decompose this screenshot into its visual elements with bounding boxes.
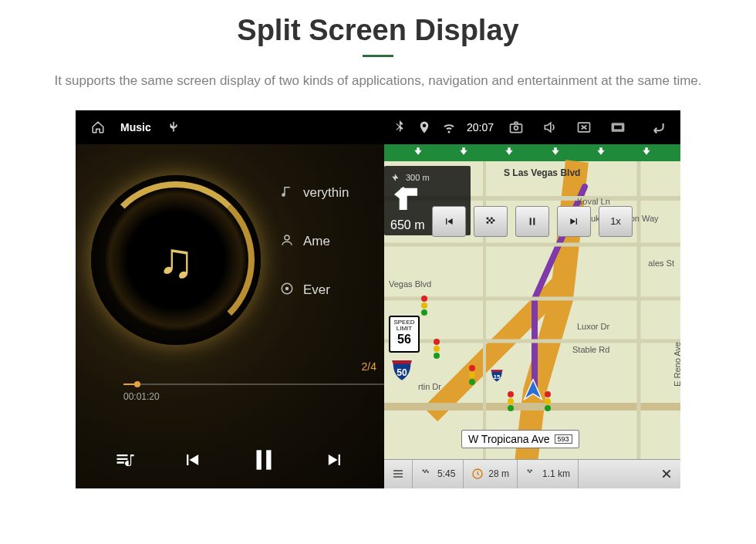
close-nav-button[interactable] (653, 460, 680, 488)
svg-point-5 (285, 235, 289, 240)
highway-shield: 50 (389, 357, 415, 384)
usb-icon (167, 120, 181, 134)
travel-time-value: 28 m (488, 468, 509, 479)
track-title: verythin (303, 185, 349, 201)
split-screen-button[interactable] (606, 117, 629, 138)
current-street-code: 593 (555, 434, 572, 444)
eta-value: 5:45 (437, 468, 455, 479)
svg-rect-12 (488, 219, 491, 221)
map-bottom-bar: 5:45 28 m 1.1 km (384, 459, 680, 488)
svg-rect-8 (256, 450, 261, 469)
elapsed-time: 00:01:20 (123, 391, 160, 402)
clock-text: 20:07 (467, 121, 494, 133)
svg-rect-21 (423, 470, 424, 471)
road-label: S Las Vegas Blvd (504, 167, 580, 178)
statusbar-title: Music (120, 121, 151, 133)
svg-rect-24 (427, 471, 429, 473)
page-title: Split Screen Display (0, 14, 756, 47)
speed-limit-value: 56 (390, 333, 418, 346)
svg-rect-13 (493, 219, 495, 221)
traffic-light-icon (508, 391, 515, 411)
speed-limit-label: SPEED LIMIT (390, 319, 418, 333)
svg-rect-15 (491, 221, 493, 224)
simulation-controls: 1x (384, 206, 680, 237)
title-underline (363, 55, 393, 57)
playlist-button[interactable] (114, 449, 136, 471)
page-subtitle: It supports the same screen display of t… (0, 71, 756, 91)
menu-button[interactable] (384, 460, 413, 488)
svg-rect-29 (529, 471, 531, 473)
highway-number: 50 (389, 357, 415, 384)
traffic-light-icon (421, 296, 429, 316)
interstate-shield: 15 (489, 368, 505, 384)
svg-point-7 (286, 287, 289, 289)
sim-flag-button[interactable] (474, 206, 508, 237)
svg-rect-11 (491, 217, 493, 219)
traffic-light-icon (469, 365, 477, 385)
svg-rect-28 (531, 470, 532, 471)
svg-rect-9 (266, 450, 271, 469)
artist-icon (280, 233, 294, 251)
music-controls (76, 445, 384, 475)
current-position-icon (520, 377, 546, 407)
current-street-banner: W Tropicana Ave 593 (461, 430, 579, 448)
road-label: rtin Dr (418, 382, 441, 391)
artist-name: Ame (303, 234, 330, 249)
album-art: ♫ (91, 175, 261, 345)
interstate-number: 15 (489, 368, 505, 384)
device-frame: Music 20:07 (76, 110, 680, 488)
progress-bar[interactable] (123, 384, 384, 385)
speed-limit-sign: SPEED LIMIT 56 (389, 316, 420, 353)
home-icon[interactable] (91, 120, 105, 134)
pause-button[interactable] (249, 445, 278, 475)
back-button[interactable] (646, 117, 670, 138)
road-label: Stable Rd (572, 345, 609, 354)
road-label: Luxor Dr (577, 322, 609, 331)
svg-rect-10 (487, 217, 489, 219)
track-counter: 2/4 (362, 360, 376, 373)
status-bar: Music 20:07 (76, 110, 680, 144)
sim-next-button[interactable] (557, 206, 591, 237)
svg-rect-4 (613, 124, 623, 130)
remaining-distance-value: 1.1 km (542, 468, 570, 479)
album-icon (280, 282, 294, 299)
road-label: E Reno Ave (673, 342, 680, 387)
distance-flag-icon (525, 468, 538, 480)
sim-prev-button[interactable] (432, 206, 466, 237)
svg-rect-23 (424, 471, 426, 473)
road-label: Koval Ln (577, 197, 610, 206)
bluetooth-icon (393, 120, 407, 134)
svg-rect-27 (528, 470, 529, 471)
next-button[interactable] (324, 449, 346, 471)
sim-pause-button[interactable] (515, 206, 549, 237)
svg-rect-14 (487, 221, 489, 224)
music-note-small-icon (280, 184, 294, 202)
wifi-icon (442, 120, 456, 134)
screenshot-button[interactable] (505, 117, 528, 138)
svg-rect-18 (393, 470, 403, 471)
track-info: verythin Ame Ever (280, 184, 384, 299)
traffic-light-icon (434, 339, 441, 359)
close-display-button[interactable] (572, 117, 596, 138)
road-label: Vegas Blvd (389, 279, 431, 289)
road-label: ales St (648, 258, 674, 268)
svg-rect-17 (533, 218, 535, 225)
previous-button[interactable] (181, 449, 203, 471)
sim-speed-button[interactable]: 1x (599, 206, 633, 237)
clock-icon (471, 468, 484, 480)
music-note-icon: ♫ (137, 221, 214, 299)
svg-rect-22 (426, 470, 427, 471)
svg-rect-16 (530, 218, 532, 225)
flag-icon (420, 468, 433, 480)
volume-button[interactable] (538, 117, 562, 138)
svg-rect-20 (393, 476, 403, 477)
music-panel: ♫ verythin Ame Ever 2/4 00:01:20 (76, 144, 384, 488)
album-name: Ever (303, 282, 330, 298)
current-street-name: W Tropicana Ave (468, 433, 550, 445)
map-panel[interactable]: S Las Vegas Blvd Koval Ln Duke Ellington… (384, 144, 680, 488)
svg-rect-0 (511, 123, 522, 132)
svg-point-1 (515, 126, 518, 130)
next-turn-distance: 300 m (406, 173, 430, 182)
svg-rect-19 (393, 473, 403, 474)
location-icon (417, 120, 431, 134)
